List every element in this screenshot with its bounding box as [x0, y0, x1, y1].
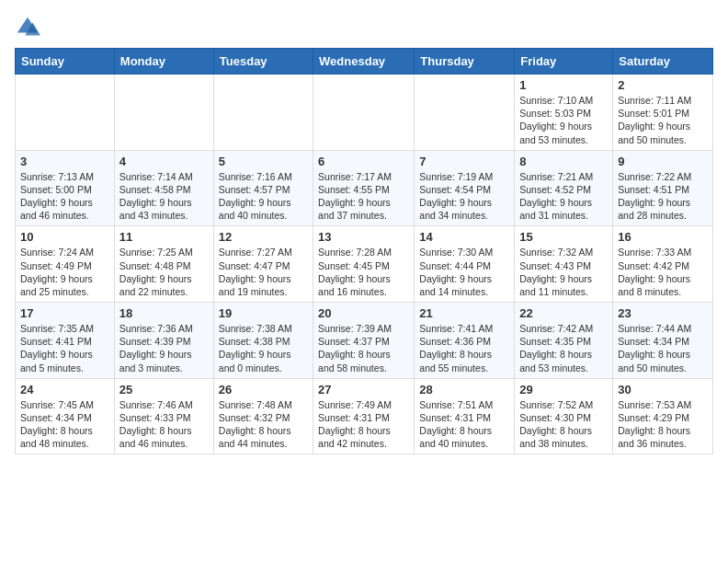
day-info: Sunrise: 7:32 AM Sunset: 4:43 PM Dayligh…	[519, 246, 608, 298]
day-info: Sunrise: 7:28 AM Sunset: 4:45 PM Dayligh…	[318, 246, 409, 298]
day-info: Sunrise: 7:45 AM Sunset: 4:34 PM Dayligh…	[20, 398, 109, 451]
day-number: 26	[219, 383, 308, 396]
logo	[15, 15, 44, 40]
day-number: 4	[119, 155, 209, 168]
weekday-header-monday: Monday	[114, 49, 213, 75]
calendar-cell: 15Sunrise: 7:32 AM Sunset: 4:43 PM Dayli…	[515, 226, 613, 303]
day-number: 6	[318, 155, 409, 168]
day-number: 30	[618, 383, 708, 396]
day-info: Sunrise: 7:14 AM Sunset: 4:58 PM Dayligh…	[119, 170, 209, 223]
header	[15, 15, 713, 40]
weekday-header-wednesday: Wednesday	[313, 49, 415, 75]
calendar-cell: 19Sunrise: 7:38 AM Sunset: 4:38 PM Dayli…	[213, 303, 313, 379]
day-number: 25	[119, 383, 209, 396]
day-info: Sunrise: 7:49 AM Sunset: 4:31 PM Dayligh…	[318, 398, 409, 451]
calendar-cell: 16Sunrise: 7:33 AM Sunset: 4:42 PM Dayli…	[613, 226, 713, 303]
day-number: 10	[20, 230, 109, 244]
weekday-header-saturday: Saturday	[613, 49, 713, 75]
calendar-cell: 5Sunrise: 7:16 AM Sunset: 4:57 PM Daylig…	[213, 150, 313, 226]
day-info: Sunrise: 7:33 AM Sunset: 4:42 PM Dayligh…	[618, 246, 708, 298]
calendar-cell: 17Sunrise: 7:35 AM Sunset: 4:41 PM Dayli…	[16, 303, 115, 379]
weekday-header-tuesday: Tuesday	[213, 49, 313, 75]
page: SundayMondayTuesdayWednesdayThursdayFrid…	[0, 0, 728, 469]
calendar-week-5: 24Sunrise: 7:45 AM Sunset: 4:34 PM Dayli…	[16, 378, 713, 454]
calendar-cell: 23Sunrise: 7:44 AM Sunset: 4:34 PM Dayli…	[613, 303, 713, 379]
day-info: Sunrise: 7:36 AM Sunset: 4:39 PM Dayligh…	[119, 322, 209, 374]
day-info: Sunrise: 7:46 AM Sunset: 4:33 PM Dayligh…	[119, 398, 209, 451]
day-info: Sunrise: 7:53 AM Sunset: 4:29 PM Dayligh…	[618, 398, 708, 451]
day-info: Sunrise: 7:35 AM Sunset: 4:41 PM Dayligh…	[20, 322, 109, 374]
day-info: Sunrise: 7:38 AM Sunset: 4:38 PM Dayligh…	[219, 322, 308, 374]
calendar-cell	[213, 75, 313, 151]
day-info: Sunrise: 7:10 AM Sunset: 5:03 PM Dayligh…	[519, 94, 608, 146]
calendar-cell	[114, 75, 213, 151]
day-number: 23	[618, 306, 708, 320]
day-number: 2	[618, 78, 708, 92]
calendar-cell: 6Sunrise: 7:17 AM Sunset: 4:55 PM Daylig…	[313, 150, 415, 226]
calendar-cell: 21Sunrise: 7:41 AM Sunset: 4:36 PM Dayli…	[415, 303, 515, 379]
day-info: Sunrise: 7:30 AM Sunset: 4:44 PM Dayligh…	[419, 246, 509, 298]
calendar-cell: 10Sunrise: 7:24 AM Sunset: 4:49 PM Dayli…	[16, 226, 115, 303]
calendar-cell	[16, 75, 115, 151]
day-info: Sunrise: 7:48 AM Sunset: 4:32 PM Dayligh…	[219, 398, 308, 451]
day-number: 19	[219, 306, 308, 320]
day-info: Sunrise: 7:17 AM Sunset: 4:55 PM Dayligh…	[318, 170, 409, 223]
weekday-header-sunday: Sunday	[16, 49, 115, 75]
day-info: Sunrise: 7:41 AM Sunset: 4:36 PM Dayligh…	[419, 322, 509, 374]
day-info: Sunrise: 7:16 AM Sunset: 4:57 PM Dayligh…	[219, 170, 308, 223]
day-number: 21	[419, 306, 509, 320]
day-info: Sunrise: 7:51 AM Sunset: 4:31 PM Dayligh…	[419, 398, 509, 451]
weekday-header-row: SundayMondayTuesdayWednesdayThursdayFrid…	[16, 49, 713, 75]
day-number: 14	[419, 230, 509, 244]
calendar-cell: 27Sunrise: 7:49 AM Sunset: 4:31 PM Dayli…	[313, 378, 415, 454]
day-number: 16	[618, 230, 708, 244]
calendar-cell: 13Sunrise: 7:28 AM Sunset: 4:45 PM Dayli…	[313, 226, 415, 303]
weekday-header-thursday: Thursday	[415, 49, 515, 75]
day-number: 12	[219, 230, 308, 244]
day-number: 17	[20, 306, 109, 320]
calendar-table: SundayMondayTuesdayWednesdayThursdayFrid…	[15, 48, 713, 454]
calendar-cell: 29Sunrise: 7:52 AM Sunset: 4:30 PM Dayli…	[515, 378, 613, 454]
calendar-cell: 24Sunrise: 7:45 AM Sunset: 4:34 PM Dayli…	[16, 378, 115, 454]
day-number: 29	[519, 383, 608, 396]
day-info: Sunrise: 7:39 AM Sunset: 4:37 PM Dayligh…	[318, 322, 409, 374]
day-number: 11	[119, 230, 209, 244]
day-info: Sunrise: 7:52 AM Sunset: 4:30 PM Dayligh…	[519, 398, 608, 451]
day-info: Sunrise: 7:24 AM Sunset: 4:49 PM Dayligh…	[20, 246, 109, 298]
day-number: 1	[519, 78, 608, 92]
day-number: 22	[519, 306, 608, 320]
calendar-cell	[313, 75, 415, 151]
day-number: 7	[419, 155, 509, 168]
calendar-cell: 14Sunrise: 7:30 AM Sunset: 4:44 PM Dayli…	[415, 226, 515, 303]
day-info: Sunrise: 7:19 AM Sunset: 4:54 PM Dayligh…	[419, 170, 509, 223]
day-info: Sunrise: 7:22 AM Sunset: 4:51 PM Dayligh…	[618, 170, 708, 223]
calendar-week-4: 17Sunrise: 7:35 AM Sunset: 4:41 PM Dayli…	[16, 303, 713, 379]
calendar-cell: 9Sunrise: 7:22 AM Sunset: 4:51 PM Daylig…	[613, 150, 713, 226]
day-info: Sunrise: 7:21 AM Sunset: 4:52 PM Dayligh…	[519, 170, 608, 223]
calendar-cell: 30Sunrise: 7:53 AM Sunset: 4:29 PM Dayli…	[613, 378, 713, 454]
calendar-cell: 12Sunrise: 7:27 AM Sunset: 4:47 PM Dayli…	[213, 226, 313, 303]
day-number: 24	[20, 383, 109, 396]
calendar-cell	[415, 75, 515, 151]
day-info: Sunrise: 7:27 AM Sunset: 4:47 PM Dayligh…	[219, 246, 308, 298]
calendar-cell: 26Sunrise: 7:48 AM Sunset: 4:32 PM Dayli…	[213, 378, 313, 454]
calendar-cell: 7Sunrise: 7:19 AM Sunset: 4:54 PM Daylig…	[415, 150, 515, 226]
calendar-cell: 22Sunrise: 7:42 AM Sunset: 4:35 PM Dayli…	[515, 303, 613, 379]
calendar-cell: 8Sunrise: 7:21 AM Sunset: 4:52 PM Daylig…	[515, 150, 613, 226]
calendar-week-1: 1Sunrise: 7:10 AM Sunset: 5:03 PM Daylig…	[16, 75, 713, 151]
day-info: Sunrise: 7:11 AM Sunset: 5:01 PM Dayligh…	[618, 94, 708, 146]
day-number: 3	[20, 155, 109, 168]
day-number: 9	[618, 155, 708, 168]
day-info: Sunrise: 7:44 AM Sunset: 4:34 PM Dayligh…	[618, 322, 708, 374]
day-info: Sunrise: 7:42 AM Sunset: 4:35 PM Dayligh…	[519, 322, 608, 374]
day-info: Sunrise: 7:13 AM Sunset: 5:00 PM Dayligh…	[20, 170, 109, 223]
calendar-cell: 11Sunrise: 7:25 AM Sunset: 4:48 PM Dayli…	[114, 226, 213, 303]
day-number: 13	[318, 230, 409, 244]
day-number: 8	[519, 155, 608, 168]
logo-icon	[15, 15, 40, 40]
day-number: 28	[419, 383, 509, 396]
weekday-header-friday: Friday	[515, 49, 613, 75]
calendar-cell: 4Sunrise: 7:14 AM Sunset: 4:58 PM Daylig…	[114, 150, 213, 226]
day-info: Sunrise: 7:25 AM Sunset: 4:48 PM Dayligh…	[119, 246, 209, 298]
calendar-cell: 2Sunrise: 7:11 AM Sunset: 5:01 PM Daylig…	[613, 75, 713, 151]
